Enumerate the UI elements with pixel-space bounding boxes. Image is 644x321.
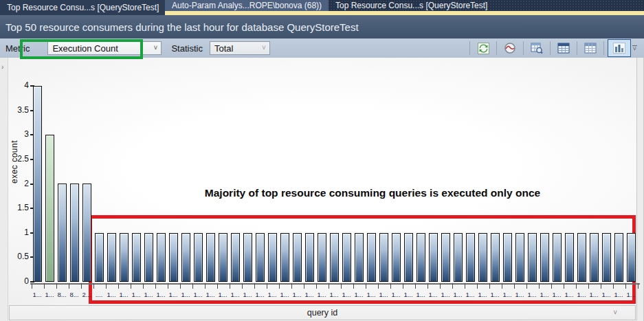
bar-chart-icon [613,43,625,54]
bar[interactable] [330,233,339,282]
bar[interactable] [169,233,178,282]
bar[interactable] [565,233,574,282]
bar[interactable] [528,233,537,282]
x-tick-mark [180,283,181,289]
bar[interactable] [243,233,252,282]
x-tick-mark [353,283,354,289]
x-tick-mark [366,283,366,289]
bar[interactable] [181,233,190,282]
document-tab-bar: Top Resource Consu...s [QueryStoreTest] … [0,0,644,15]
x-tick-label: 1... [167,291,179,298]
bar[interactable] [120,233,129,282]
bar[interactable] [82,184,91,282]
bar[interactable] [614,233,623,282]
toolbar-separator [496,41,497,55]
bar[interactable] [157,233,166,282]
bar[interactable] [95,233,104,282]
bar[interactable] [219,233,227,282]
bar[interactable] [491,233,500,282]
toolbar-separator [469,41,470,55]
bar[interactable] [342,233,351,282]
tab-label: Top Resource Consu...s [QueryStoreTest] [7,3,159,12]
bar[interactable] [602,233,611,282]
bar[interactable] [58,184,67,282]
bar[interactable] [392,233,401,282]
x-tick-mark [576,283,577,289]
bar[interactable] [70,184,79,282]
bar[interactable] [441,233,450,282]
x-axis-strip[interactable]: query id ˅ [9,305,636,320]
bar[interactable] [515,233,524,282]
bar[interactable] [107,233,116,282]
x-tick-mark [428,283,428,289]
collapsed-panel-right[interactable] [636,58,644,321]
collapsed-panel-left[interactable]: › [0,58,8,321]
x-tick-mark [526,283,527,289]
metric-dropdown[interactable]: Execution Count ˅ [47,41,162,55]
view-grid-button[interactable] [554,40,573,56]
bar[interactable] [577,233,586,282]
bar[interactable] [355,233,364,282]
x-tick-mark [415,283,416,289]
bar[interactable] [194,233,203,282]
bar[interactable] [256,233,265,282]
x-tick-mark [192,283,193,289]
tab-auto-param-analysis[interactable]: Auto-Param Analys...ROPE\bonova (68)) [165,0,329,11]
bar[interactable] [466,233,475,282]
bar[interactable] [417,233,425,282]
bar[interactable] [540,233,549,282]
x-tick-mark [564,283,564,289]
bar[interactable] [553,233,562,282]
bar[interactable] [590,233,599,282]
bar[interactable] [132,233,141,282]
view-chart-button-selected[interactable] [608,39,631,57]
view-table-button[interactable] [581,40,600,56]
bar[interactable] [478,233,487,282]
view-grid-details-button[interactable] [527,40,546,56]
toolbar-separator [550,41,551,55]
x-tick-label: 1... [365,291,377,298]
x-tick-label: 1... [625,291,637,298]
bar[interactable] [305,233,314,282]
bar[interactable] [144,233,153,282]
x-tick-label: 1... [563,291,575,298]
bar[interactable] [231,233,240,282]
tab-top-resource-consumers-2[interactable]: Top Resource Consu...s [QueryStoreTest] [329,0,494,11]
bar[interactable] [206,233,215,282]
bar[interactable] [268,233,277,282]
tab-label: Auto-Param Analys...ROPE\bonova (68)) [172,1,322,10]
x-tick-label: 1... [254,291,266,298]
x-tick-label: 1... [315,291,328,298]
chevron-down-icon: ˅ [262,44,266,52]
bar[interactable] [404,233,413,282]
bar[interactable] [429,233,438,282]
x-tick-mark [465,283,465,289]
refresh-icon [478,43,489,54]
x-tick-mark [131,283,131,289]
bar[interactable] [627,233,636,282]
x-axis-line [30,283,640,285]
bar-chart: exec count Majority of top resource cons… [8,58,636,321]
x-tick-label: 1... [551,291,563,298]
bar[interactable] [379,233,388,282]
x-tick-label: 1... [340,291,353,298]
bar[interactable] [293,233,302,282]
x-tick-mark [118,283,119,289]
x-tick-label: 2... [80,291,93,298]
x-tick-mark [613,283,614,289]
refresh-button[interactable] [474,40,493,56]
tab-label: Top Resource Consu...s [QueryStoreTest] [335,1,487,10]
tab-top-resource-consumers-active[interactable]: Top Resource Consu...s [QueryStoreTest] … [0,0,182,15]
x-tick-mark [242,283,243,289]
x-tick-label: 1... [588,291,600,298]
bar[interactable] [45,135,54,282]
statistic-dropdown[interactable]: Total ˅ [210,41,270,55]
toolbar-options-button[interactable]: ˅ [632,45,637,51]
bar[interactable] [503,233,512,282]
track-query-button[interactable] [500,40,520,56]
bar[interactable] [33,86,42,282]
bar[interactable] [367,233,376,282]
bar[interactable] [454,233,463,282]
bar[interactable] [318,233,326,282]
bar[interactable] [280,233,289,282]
